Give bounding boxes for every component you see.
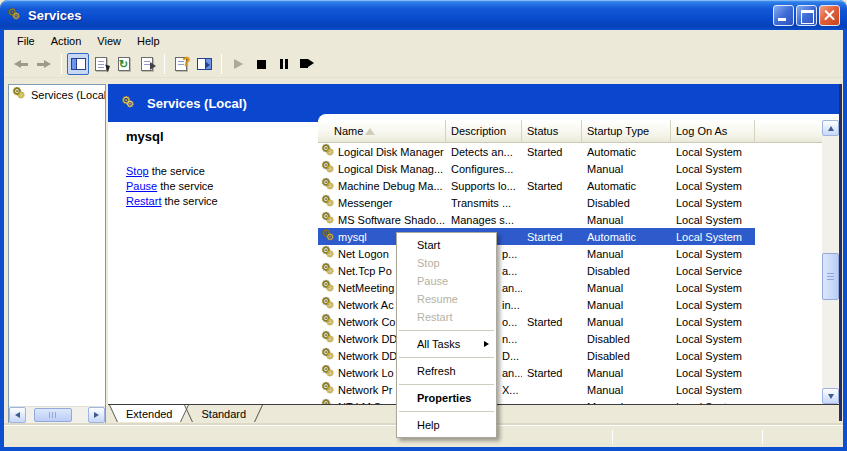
tree-item-services-local[interactable]: Services (Local) xyxy=(9,85,105,103)
column-header-label: Description xyxy=(451,125,506,137)
row-filler xyxy=(755,177,822,194)
context-menu-item-properties[interactable]: Properties xyxy=(397,389,496,407)
service-name: NetMeeting xyxy=(338,282,394,294)
service-row[interactable]: Logical Disk Manag...Configures...Manual… xyxy=(318,160,822,177)
service-row[interactable]: Net.Tcp Poa...DisabledLocal Service xyxy=(318,262,822,279)
service-action-links: Stop the servicePause the serviceRestart… xyxy=(126,164,318,209)
toolbar-separator xyxy=(221,54,222,74)
tab-standard[interactable]: Standard xyxy=(184,405,263,422)
service-row[interactable]: Network Coo...StartedManualLocal System xyxy=(318,313,822,330)
service-status-cell xyxy=(522,279,582,296)
list-vertical-scrollbar[interactable] xyxy=(822,120,839,404)
service-row[interactable]: MS Software Shado...Manages s...ManualLo… xyxy=(318,211,822,228)
row-filler xyxy=(755,228,822,245)
context-menu-item-all-tasks[interactable]: All Tasks xyxy=(397,335,496,353)
service-startup-type-cell: Manual xyxy=(582,279,671,296)
column-header-log-on-as[interactable]: Log On As xyxy=(671,120,755,143)
scroll-left-icon[interactable] xyxy=(9,407,26,423)
service-startup-type-cell: Manual xyxy=(582,245,671,262)
service-startup-type-cell: Disabled xyxy=(582,330,671,347)
service-name: Messenger xyxy=(338,197,392,209)
help-icon[interactable] xyxy=(170,53,192,75)
column-header-description[interactable]: Description xyxy=(446,120,522,143)
column-header-startup-type[interactable]: Startup Type xyxy=(582,120,671,143)
title-bar[interactable]: Services xyxy=(0,0,847,30)
service-gears-icon xyxy=(321,247,336,260)
service-startup-type-cell: Manual xyxy=(582,364,671,381)
menu-item-label: Stop xyxy=(417,257,440,269)
maximize-button[interactable] xyxy=(796,5,817,26)
show-hide-standard-tab-icon[interactable] xyxy=(193,53,215,75)
scroll-right-icon[interactable] xyxy=(88,407,105,423)
service-logon-cell: Local System xyxy=(671,143,755,160)
menu-file[interactable]: File xyxy=(9,33,43,49)
row-filler xyxy=(755,313,822,330)
column-header-status[interactable]: Status xyxy=(522,120,582,143)
extended-info-panel: mysql Stop the servicePause the serviceR… xyxy=(108,122,318,404)
menu-item-label: Pause xyxy=(417,275,448,287)
pause-service-icon[interactable] xyxy=(273,53,295,75)
service-logon-cell: Local System xyxy=(671,330,755,347)
selected-service-name: mysql xyxy=(126,129,318,144)
column-header-filler xyxy=(755,120,822,143)
service-startup-type-cell: Automatic xyxy=(582,143,671,160)
row-filler xyxy=(755,347,822,364)
column-header-name[interactable]: Name xyxy=(318,120,446,143)
service-status-cell: Started xyxy=(522,177,582,194)
context-menu-item-help[interactable]: Help xyxy=(397,416,496,434)
menu-help[interactable]: Help xyxy=(129,33,168,49)
context-menu-item-refresh[interactable]: Refresh xyxy=(397,362,496,380)
scroll-up-icon[interactable] xyxy=(822,120,839,136)
service-row[interactable]: Network Loan...StartedManualLocal System xyxy=(318,364,822,381)
service-row[interactable]: mysqlStartedAutomaticLocal System xyxy=(318,228,822,245)
service-logon-cell: Local System xyxy=(671,245,755,262)
tree-horizontal-scrollbar[interactable] xyxy=(9,406,105,423)
service-row[interactable]: MessengerTransmits ...DisabledLocal Syst… xyxy=(318,194,822,211)
service-status-cell: Started xyxy=(522,364,582,381)
context-menu: StartStopPauseResumeRestartAll TasksRefr… xyxy=(396,232,497,438)
stop-service-icon[interactable] xyxy=(250,53,272,75)
service-row[interactable]: Network Acin...ManualLocal System xyxy=(318,296,822,313)
pause-service-link[interactable]: Pause xyxy=(126,180,157,192)
menu-item-label: Start xyxy=(417,239,440,251)
restart-service-icon[interactable] xyxy=(296,53,318,75)
restart-service-link[interactable]: Restart xyxy=(126,195,161,207)
scrollbar-thumb[interactable] xyxy=(822,253,839,300)
minimize-button[interactable] xyxy=(773,5,794,26)
service-startup-type-cell: Disabled xyxy=(582,347,671,364)
tab-extended[interactable]: Extended xyxy=(109,405,189,422)
toolbar-separator xyxy=(61,54,62,74)
service-row[interactable]: Logical Disk ManagerDetects an...Started… xyxy=(318,143,822,160)
service-row[interactable]: Machine Debug Ma...Supports lo...Started… xyxy=(318,177,822,194)
context-menu-item-start[interactable]: Start xyxy=(397,236,496,254)
service-description-cell: Supports lo... xyxy=(446,177,522,194)
service-name: Network DD xyxy=(338,333,397,345)
row-filler xyxy=(755,381,822,398)
service-row[interactable]: Network PrX...ManualLocal System xyxy=(318,381,822,398)
menu-action[interactable]: Action xyxy=(43,33,90,49)
column-header-label: Name xyxy=(334,125,363,137)
service-gears-icon xyxy=(321,264,336,277)
service-row[interactable]: NetMeetingan...ManualLocal System xyxy=(318,279,822,296)
service-row[interactable]: Network DDD...DisabledLocal System xyxy=(318,347,822,364)
scroll-down-icon[interactable] xyxy=(822,388,839,404)
menu-view[interactable]: View xyxy=(89,33,129,49)
context-menu-item-restart: Restart xyxy=(397,308,496,326)
service-row[interactable]: Net Logonp...ManualLocal System xyxy=(318,245,822,262)
window-title: Services xyxy=(28,8,771,23)
properties-icon[interactable] xyxy=(90,53,112,75)
menu-bar: FileActionViewHelp xyxy=(4,30,843,51)
service-name-cell: Logical Disk Manag... xyxy=(318,160,446,177)
row-filler xyxy=(755,194,822,211)
show-hide-console-tree-icon[interactable] xyxy=(67,53,89,75)
service-row[interactable]: Network DDn...DisabledLocal System xyxy=(318,330,822,347)
scrollbar-thumb[interactable] xyxy=(34,408,72,422)
service-status-cell xyxy=(522,330,582,347)
close-button[interactable] xyxy=(819,5,840,26)
refresh-icon[interactable] xyxy=(113,53,135,75)
service-startup-type-cell: Manual xyxy=(582,381,671,398)
service-status-cell xyxy=(522,296,582,313)
service-name-cell: Logical Disk Manager xyxy=(318,143,446,160)
stop-service-link[interactable]: Stop xyxy=(126,165,149,177)
export-list-icon[interactable] xyxy=(136,53,158,75)
